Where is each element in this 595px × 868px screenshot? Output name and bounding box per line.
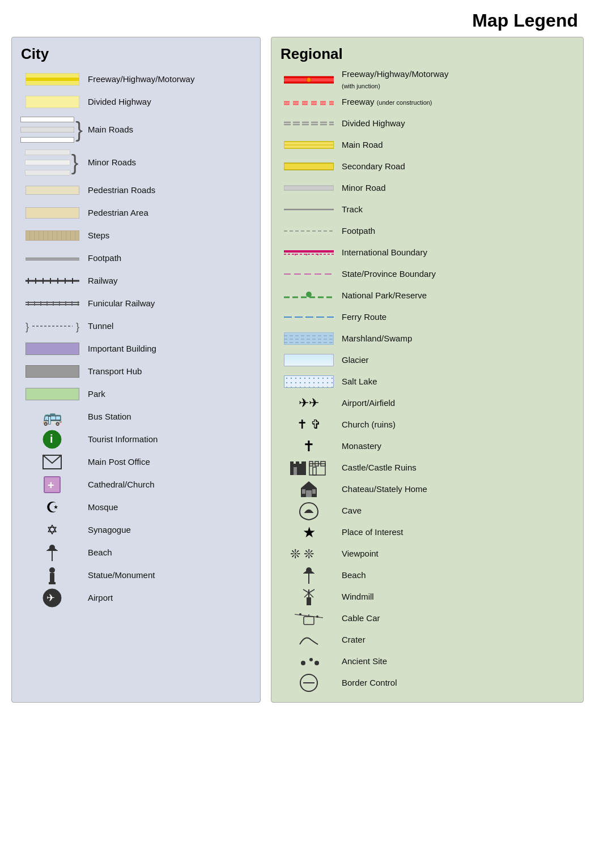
reg-secondary-icon	[280, 163, 337, 170]
list-item: ✝ ✞ Church (ruins)	[280, 414, 574, 435]
reg-freeway-icon	[280, 74, 337, 85]
funicular-icon	[21, 298, 83, 309]
list-item: } { Tunnel	[21, 315, 251, 337]
reg-glacier-label: Glacier	[337, 354, 369, 366]
reg-airport-symbol: ✈✈	[299, 396, 319, 411]
reg-intl-boundary-symbol	[284, 249, 334, 256]
reg-place-label: Place of Interest	[337, 527, 403, 538]
svg-rect-80	[306, 490, 312, 497]
svg-point-62	[306, 292, 312, 297]
svg-rect-82	[312, 489, 316, 494]
reg-castle-symbol	[289, 459, 329, 476]
list-item: International Boundary	[280, 242, 574, 263]
list-item: Beach	[280, 565, 574, 585]
pedestrian-roads-symbol	[26, 186, 79, 195]
legend-columns: City Freeway/Highway/Motorway Divided Hi…	[0, 37, 595, 714]
list-item: ✡ Synagogue	[21, 519, 251, 541]
list-item: i Tourist Information	[21, 429, 251, 450]
list-item: Glacier	[280, 350, 574, 370]
reg-airport-icon: ✈✈	[280, 396, 337, 411]
reg-main-road-symbol	[284, 140, 334, 149]
bus-station-label: Bus Station	[83, 411, 131, 422]
beach-city-icon	[21, 543, 83, 562]
important-building-symbol	[26, 343, 79, 355]
airport-city-symbol: ✈	[42, 588, 62, 608]
mosque-label: Mosque	[83, 502, 118, 513]
reg-cablecar-icon	[280, 609, 337, 628]
list-item: Steps	[21, 225, 251, 246]
svg-rect-93	[304, 617, 314, 625]
list-item: Statue/Monument	[21, 565, 251, 586]
list-item: Footpath	[21, 247, 251, 269]
svg-rect-64	[284, 332, 334, 345]
reg-main-road-label: Main Road	[337, 139, 383, 151]
list-item: Pedestrian Roads	[21, 179, 251, 201]
reg-track-label: Track	[337, 204, 363, 215]
freeway-label: Freeway/Highway/Motorway	[83, 74, 194, 85]
list-item: Divided Highway	[280, 113, 574, 134]
reg-secondary-label: Secondary Road	[337, 161, 405, 172]
cathedral-label: Cathedral/Church	[83, 479, 155, 490]
transport-hub-label: Transport Hub	[83, 366, 142, 377]
list-item: Border Control	[280, 673, 574, 693]
list-item: Main Road	[280, 135, 574, 155]
svg-rect-52	[284, 186, 334, 190]
svg-rect-69	[290, 461, 294, 466]
reg-cave-symbol	[299, 501, 319, 521]
minor-roads-label: Minor Roads	[83, 157, 136, 168]
svg-line-91	[309, 593, 313, 597]
reg-freeway-under-symbol	[284, 97, 334, 106]
reg-viewpoint-label: Viewpoint	[337, 548, 379, 559]
reg-monastery-label: Monastery	[337, 441, 381, 452]
reg-footpath-label: Footpath	[337, 225, 375, 237]
reg-ferry-icon	[280, 314, 337, 320]
freeway-symbol	[26, 73, 79, 85]
synagogue-symbol: ✡	[46, 522, 58, 538]
tourist-info-label: Tourist Information	[83, 434, 158, 445]
statue-label: Statue/Monument	[83, 570, 155, 581]
reg-ferry-label: Ferry Route	[337, 311, 386, 323]
park-label: Park	[83, 388, 105, 400]
page-title: Map Legend	[0, 0, 595, 37]
reg-viewpoint-icon: ❊ ❊	[280, 546, 337, 562]
reg-church-label: Church (ruins)	[337, 419, 396, 430]
svg-text:+: +	[48, 479, 54, 491]
divided-highway-icon	[21, 96, 83, 108]
airport-city-label: Airport	[83, 592, 113, 604]
tunnel-icon: } {	[21, 320, 83, 332]
beach-city-symbol	[44, 543, 61, 562]
park-icon	[21, 388, 83, 400]
list-item: Main Post Office	[21, 451, 251, 473]
list-item: Secondary Road	[280, 156, 574, 177]
svg-text:{: {	[75, 321, 79, 332]
reg-cablecar-symbol	[295, 609, 323, 628]
bus-symbol: 🚌	[42, 408, 62, 426]
list-item: Castle/Castle Ruins	[280, 457, 574, 478]
minor-roads-brace: }	[71, 152, 79, 173]
pedestrian-area-label: Pedestrian Area	[83, 207, 148, 219]
svg-rect-73	[309, 464, 325, 475]
main-post-symbol	[42, 454, 62, 470]
main-roads-icon: }	[21, 117, 83, 143]
minor-road-line3	[25, 170, 70, 176]
svg-rect-5	[26, 230, 79, 241]
svg-point-96	[316, 615, 318, 618]
reg-ancient-label: Ancient Site	[337, 656, 387, 667]
list-item: ✈✈ Airport/Airfield	[280, 393, 574, 413]
reg-castle-label: Castle/Castle Ruins	[337, 462, 416, 473]
svg-text:}: }	[26, 321, 29, 332]
tunnel-label: Tunnel	[83, 320, 113, 332]
main-road-line3	[20, 137, 74, 143]
reg-national-park-icon	[280, 290, 337, 301]
reg-freeway-symbol	[284, 74, 334, 85]
list-item: Minor Road	[280, 178, 574, 198]
main-road-line1	[20, 117, 74, 122]
statue-symbol	[45, 565, 59, 585]
list-item: ✈ Airport	[21, 587, 251, 609]
list-item: Freeway/Highway/Motorway	[21, 69, 251, 90]
list-item: Divided Highway	[21, 91, 251, 113]
svg-line-89	[309, 589, 314, 593]
reg-beach-label: Beach	[337, 570, 366, 581]
list-item: ✝ Monastery	[280, 436, 574, 456]
city-section: City Freeway/Highway/Motorway Divided Hi…	[11, 37, 261, 703]
